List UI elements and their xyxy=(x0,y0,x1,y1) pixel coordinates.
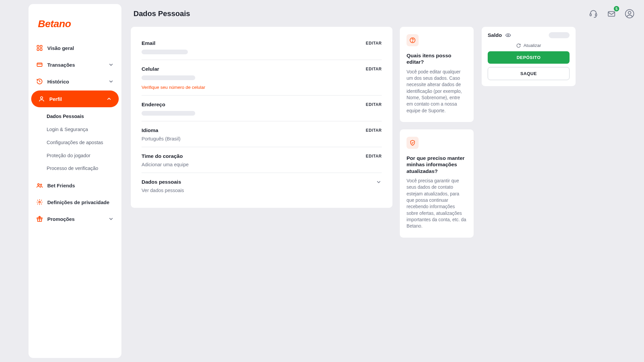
field-language: Idioma EDITAR Português (Brasil) xyxy=(142,121,382,147)
phone-verify-warning[interactable]: Verifique seu número de celular xyxy=(142,85,382,90)
field-phone: Celular EDITAR Verifique seu número de c… xyxy=(142,60,382,96)
topbar: Dados Pessoais 5 xyxy=(131,0,638,27)
refresh-label: Atualizar xyxy=(524,43,541,48)
sidebar-item-promotions[interactable]: Promoções xyxy=(29,210,121,227)
svg-point-18 xyxy=(507,35,509,36)
subnav-personal-data[interactable]: Dados Pessoais xyxy=(29,110,121,123)
edit-team-button[interactable]: EDITAR xyxy=(366,154,382,159)
field-title: Email xyxy=(142,40,155,46)
svg-point-5 xyxy=(41,97,43,99)
chevron-down-icon xyxy=(108,78,114,84)
svg-rect-13 xyxy=(608,12,615,16)
team-value: Adicionar uma equipe xyxy=(142,162,382,167)
field-title: Time do coração xyxy=(142,153,183,159)
info-title: Por que preciso manter minhas informaçõe… xyxy=(407,155,467,174)
sidebar-item-history[interactable]: Histórico xyxy=(29,73,121,90)
friends-icon xyxy=(36,182,43,189)
edit-email-button[interactable]: EDITAR xyxy=(366,41,382,46)
svg-point-15 xyxy=(628,11,631,14)
sidebar: Betano Visão geral Transações xyxy=(29,4,121,358)
profile-subnav: Dados Pessoais Login & Segurança Configu… xyxy=(29,108,121,177)
sidebar-item-label: Bet Friends xyxy=(47,183,75,188)
chevron-down-icon xyxy=(108,62,114,68)
subnav-bet-settings[interactable]: Configurações de apostas xyxy=(29,136,121,149)
info-text: Você precisa garantir que seus dados de … xyxy=(407,178,467,230)
svg-point-7 xyxy=(40,184,42,185)
refresh-balance[interactable]: Atualizar xyxy=(488,43,570,48)
svg-rect-1 xyxy=(40,46,42,48)
history-icon xyxy=(36,78,43,85)
sidebar-item-profile[interactable]: Perfil xyxy=(31,90,119,107)
expand-personal-data[interactable] xyxy=(376,179,382,185)
sidebar-nav: Visão geral Transações Histórico xyxy=(29,40,121,227)
svg-rect-2 xyxy=(37,49,39,51)
sidebar-item-bet-friends[interactable]: Bet Friends xyxy=(29,177,121,194)
account-icon[interactable] xyxy=(625,9,635,19)
svg-rect-3 xyxy=(40,49,42,51)
eye-icon[interactable] xyxy=(505,32,511,38)
page-title: Dados Pessoais xyxy=(133,9,190,18)
support-icon[interactable] xyxy=(588,9,598,19)
field-personal-data: Dados pessoais Ver dados pessoais xyxy=(142,173,382,198)
field-team: Time do coração EDITAR Adicionar uma equ… xyxy=(142,147,382,173)
edit-address-button[interactable]: EDITAR xyxy=(366,102,382,107)
chevron-up-icon xyxy=(106,96,112,102)
balance-card: Saldo Atualizar DEPÓSITO SAQUE xyxy=(482,27,576,86)
sidebar-item-label: Definições de privacidade xyxy=(47,199,109,205)
field-title: Idioma xyxy=(142,127,158,133)
edit-phone-button[interactable]: EDITAR xyxy=(366,67,382,71)
gear-icon xyxy=(36,198,43,206)
shield-icon xyxy=(407,137,419,149)
address-value-redacted xyxy=(142,111,195,116)
grid-icon xyxy=(36,44,43,52)
svg-point-6 xyxy=(38,184,39,185)
user-icon xyxy=(38,95,45,103)
info-card-edit: Quais itens posso editar? Você pode edit… xyxy=(400,27,474,122)
withdraw-button[interactable]: SAQUE xyxy=(488,67,570,80)
info-column: Quais itens posso editar? Você pode edit… xyxy=(400,27,474,238)
field-address: Endereço EDITAR xyxy=(142,96,382,121)
personal-data-value: Ver dados pessoais xyxy=(142,188,382,193)
field-title: Dados pessoais xyxy=(142,179,181,185)
sidebar-item-label: Visão geral xyxy=(47,45,74,51)
sidebar-item-label: Promoções xyxy=(47,216,75,222)
sidebar-item-label: Perfil xyxy=(49,96,62,102)
svg-point-17 xyxy=(412,42,413,42)
balance-label: Saldo xyxy=(488,32,502,38)
svg-rect-0 xyxy=(37,46,39,48)
content-row: Email EDITAR Celular EDITAR Verifique se… xyxy=(131,27,638,238)
phone-value-redacted xyxy=(142,75,195,80)
field-title: Celular xyxy=(142,66,159,72)
balance-value-redacted xyxy=(549,32,570,38)
question-icon xyxy=(407,34,419,46)
svg-point-8 xyxy=(39,201,41,203)
brand-logo[interactable]: Betano xyxy=(29,11,121,40)
mail-icon[interactable]: 5 xyxy=(606,9,616,19)
svg-rect-12 xyxy=(595,14,597,16)
field-title: Endereço xyxy=(142,102,165,108)
refresh-icon xyxy=(516,43,521,48)
card-icon xyxy=(36,61,43,68)
topbar-icons: 5 xyxy=(588,9,635,19)
chevron-down-icon xyxy=(108,216,114,222)
info-text: Você pode editar qualquer um dos seus da… xyxy=(407,69,467,114)
subnav-player-protection[interactable]: Proteção do jogador xyxy=(29,149,121,162)
svg-rect-11 xyxy=(590,14,591,16)
info-card-why: Por que preciso manter minhas informaçõe… xyxy=(400,129,474,238)
sidebar-item-transactions[interactable]: Transações xyxy=(29,56,121,73)
personal-data-panel: Email EDITAR Celular EDITAR Verifique se… xyxy=(131,27,392,208)
subnav-login-security[interactable]: Login & Segurança xyxy=(29,123,121,136)
sidebar-item-overview[interactable]: Visão geral xyxy=(29,40,121,56)
deposit-button[interactable]: DEPÓSITO xyxy=(488,51,570,64)
sidebar-item-label: Transações xyxy=(47,62,75,68)
email-value-redacted xyxy=(142,50,188,54)
mail-badge: 5 xyxy=(614,6,619,11)
language-value: Português (Brasil) xyxy=(142,136,382,141)
balance-column: Saldo Atualizar DEPÓSITO SAQUE xyxy=(482,27,576,86)
svg-rect-4 xyxy=(37,63,42,66)
chevron-down-icon xyxy=(376,179,382,185)
main: Dados Pessoais 5 Email ED xyxy=(121,0,644,362)
subnav-verification[interactable]: Processo de verificação xyxy=(29,162,121,175)
edit-language-button[interactable]: EDITAR xyxy=(366,128,382,133)
sidebar-item-privacy[interactable]: Definições de privacidade xyxy=(29,194,121,210)
